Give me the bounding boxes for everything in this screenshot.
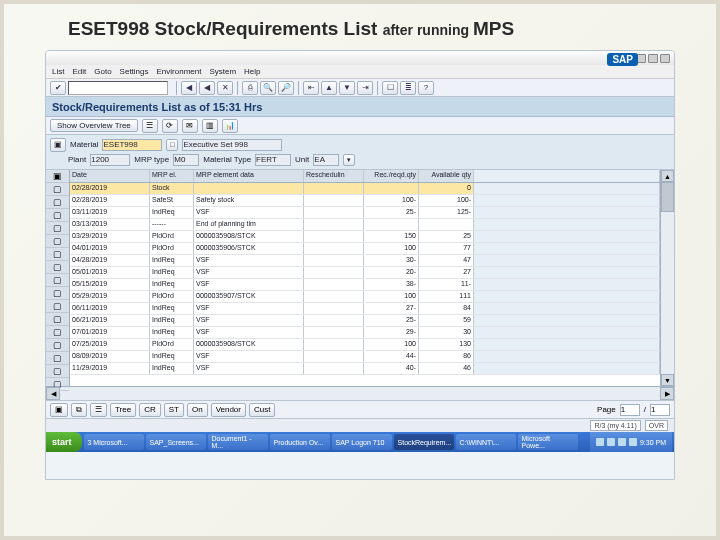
footer-btn-on[interactable]: On [187,403,208,417]
table-row[interactable]: 02/28/2019Stock0 [70,183,660,195]
menu-help[interactable]: Help [244,67,260,76]
col-available[interactable]: Available qty [419,170,474,182]
scroll-thumb[interactable] [661,182,674,212]
mail-icon[interactable]: ✉ [182,119,198,133]
first-page-icon[interactable]: ⇤ [303,81,319,95]
table-row[interactable]: 03/13/2019------End of planning tim [70,219,660,231]
footer-btn-☰[interactable]: ☰ [90,403,107,417]
tray-icon[interactable] [607,438,615,446]
scroll-right-icon[interactable]: ▶ [660,387,674,400]
scroll-down-icon[interactable]: ▼ [661,374,674,386]
table-row[interactable]: 05/15/2019IndReqVSF38-11- [70,279,660,291]
cancel-icon[interactable]: ✕ [217,81,233,95]
row-selector[interactable]: ▢ [46,235,69,248]
footer-btn-cust[interactable]: Cust [249,403,275,417]
restore-button[interactable] [648,54,658,63]
footer-btn-▣[interactable]: ▣ [50,403,68,417]
matchcode-icon[interactable]: □ [166,139,178,151]
footer-btn-cr[interactable]: CR [139,403,161,417]
command-field[interactable] [68,81,168,95]
close-button[interactable] [660,54,670,63]
tray-icon[interactable] [618,438,626,446]
last-page-icon[interactable]: ⇥ [357,81,373,95]
row-selector[interactable]: ▢ [46,313,69,326]
col-mrp-element[interactable]: MRP el. [150,170,194,182]
footer-btn-⧉[interactable]: ⧉ [71,403,87,417]
footer-btn-vendor[interactable]: Vendor [211,403,246,417]
col-rescheduling[interactable]: Reschedulin [304,170,364,182]
row-selector[interactable]: ▢ [46,209,69,222]
table-row[interactable]: 06/11/2019IndReqVSF27-84 [70,303,660,315]
col-mrp-data[interactable]: MRP element data [194,170,304,182]
layout-icon[interactable]: ≣ [400,81,416,95]
footer-btn-tree[interactable]: Tree [110,403,136,417]
prev-page-icon[interactable]: ▲ [321,81,337,95]
row-selector[interactable]: ▢ [46,196,69,209]
row-selector[interactable]: ▢ [46,352,69,365]
row-selector-header[interactable]: ▣ [46,170,69,183]
row-selector[interactable]: ▢ [46,248,69,261]
table-row[interactable]: 06/21/2019IndReqVSF25-59 [70,315,660,327]
find-icon[interactable]: 🔍 [260,81,276,95]
exit-icon[interactable]: ◀ [199,81,215,95]
col-receipt-reqd[interactable]: Rec./reqd.qty [364,170,419,182]
table-row[interactable]: 07/25/2019PldOrd0000035908/STCK100130 [70,339,660,351]
back-icon[interactable]: ◀ [181,81,197,95]
row-selector[interactable]: ▢ [46,365,69,378]
table-row[interactable]: 05/01/2019IndReqVSF20-27 [70,267,660,279]
row-selector[interactable]: ▢ [46,222,69,235]
menu-settings[interactable]: Settings [120,67,149,76]
taskbar-item[interactable]: SAP_Screens... [146,434,206,450]
row-selector[interactable]: ▢ [46,183,69,196]
menu-list[interactable]: List [52,67,64,76]
scroll-left-icon[interactable]: ◀ [46,387,60,400]
show-overview-tree-button[interactable]: Show Overview Tree [50,119,138,132]
row-selector[interactable]: ▢ [46,326,69,339]
menu-system[interactable]: System [209,67,236,76]
material-field[interactable]: ESET998 [102,139,162,151]
table-row[interactable]: 04/28/2019IndReqVSF30-47 [70,255,660,267]
table-row[interactable]: 11/29/2019IndReqVSF40-46 [70,363,660,375]
horizontal-scrollbar[interactable]: ◀ ▶ [46,386,674,400]
unit-matchcode-icon[interactable]: ▾ [343,154,355,166]
menu-goto[interactable]: Goto [94,67,111,76]
taskbar-item[interactable]: Document1 - M... [208,434,268,450]
tray-icon[interactable] [596,438,604,446]
find-next-icon[interactable]: 🔎 [278,81,294,95]
tray-icon[interactable] [629,438,637,446]
clock[interactable]: 9:30 PM [640,439,666,446]
table-row[interactable]: 05/29/2019PldOrd0000035907/STCK100111 [70,291,660,303]
table-row[interactable]: 02/28/2019SafeStSafety stock100-100- [70,195,660,207]
row-selector[interactable]: ▢ [46,261,69,274]
refresh-icon[interactable]: ⟳ [162,119,178,133]
taskbar-item[interactable]: SAP Logon 710 [332,434,392,450]
layout-icon[interactable]: ▥ [202,119,218,133]
table-row[interactable]: 03/11/2019IndReqVSF25-125- [70,207,660,219]
check-icon[interactable]: ✔ [50,81,66,95]
page-current-field[interactable]: 1 [620,404,640,416]
row-selector[interactable]: ▢ [46,339,69,352]
selection-expand-icon[interactable]: ▣ [50,138,66,152]
table-row[interactable]: 04/01/2019PldOrd0000035906/STCK10077 [70,243,660,255]
menu-edit[interactable]: Edit [72,67,86,76]
taskbar-item[interactable]: C:\WINNT\... [456,434,516,450]
taskbar-item[interactable]: Production Ov... [270,434,330,450]
new-session-icon[interactable]: ☐ [382,81,398,95]
filter-icon[interactable]: ☰ [142,119,158,133]
table-row[interactable]: 03/29/2019PldOrd0000035908/STCK15025 [70,231,660,243]
col-date[interactable]: Date [70,170,150,182]
menu-environment[interactable]: Environment [157,67,202,76]
help-icon[interactable]: ? [418,81,434,95]
start-button[interactable]: start [46,432,82,452]
next-page-icon[interactable]: ▼ [339,81,355,95]
row-selector[interactable]: ▢ [46,300,69,313]
print-icon[interactable]: ⎙ [242,81,258,95]
row-selector[interactable]: ▢ [46,274,69,287]
scroll-up-icon[interactable]: ▲ [661,170,674,182]
taskbar-item[interactable]: 3 Microsoft... [84,434,144,450]
hscroll-track[interactable] [60,387,660,400]
scroll-track[interactable] [661,212,674,374]
footer-btn-st[interactable]: ST [164,403,184,417]
table-row[interactable]: 07/01/2019IndReqVSF29-30 [70,327,660,339]
graphic-icon[interactable]: 📊 [222,119,238,133]
